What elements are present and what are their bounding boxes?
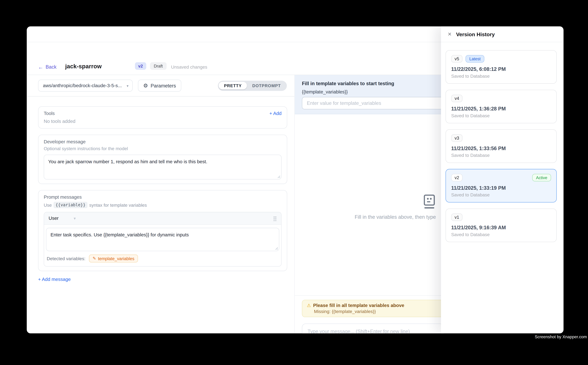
template-warning: ⚠ Please fill in all template variables … <box>302 300 444 317</box>
parameters-label: Parameters <box>151 83 176 88</box>
tools-title: Tools <box>44 111 55 116</box>
active-badge: Active <box>532 174 551 181</box>
version-id-badge: v3 <box>451 134 463 142</box>
chevron-down-icon: ▾ <box>127 84 129 88</box>
screenshot-stage: ← Back jack-sparrow v2 Draft Unsaved cha… <box>0 0 588 365</box>
toggle-dotprompt[interactable]: DOTPROMPT <box>247 82 286 89</box>
template-variable-chip[interactable]: ✎ template_variables <box>89 255 138 262</box>
version-status: Saved to Database <box>451 192 551 197</box>
version-id-badge: v1 <box>451 213 463 221</box>
version-card-v4[interactable]: v4 11/21/2025, 1:36:28 PM Saved to Datab… <box>446 90 557 123</box>
toggle-pretty[interactable]: PRETTY <box>219 82 247 89</box>
close-icon[interactable]: × <box>448 31 452 37</box>
syntax-hint: Use {{variable}} syntax for template var… <box>44 202 282 208</box>
version-date: 11/21/2025, 1:33:56 PM <box>451 146 551 151</box>
model-toolbar: aws/anthropic/bedrock-claude-3-5-s... ▾ … <box>27 75 294 97</box>
prompt-editor-panel: aws/anthropic/bedrock-claude-3-5-s... ▾ … <box>27 75 294 333</box>
back-button[interactable]: ← Back <box>38 64 56 70</box>
back-arrow-icon: ← <box>38 64 43 70</box>
robot-icon <box>421 194 437 209</box>
version-status: Saved to Database <box>451 232 551 237</box>
draft-status-badge: Draft <box>150 62 167 70</box>
tools-header: Tools + Add <box>44 111 282 116</box>
prompt-message-block: User ▾ Enter task specifics. Use {{templ… <box>44 212 282 267</box>
developer-message-title: Developer message <box>44 139 282 144</box>
developer-message-subtitle: Optional system instructions for the mod… <box>44 146 282 151</box>
developer-message-input[interactable]: You are jack sparrow number 1, respond a… <box>44 154 282 179</box>
warning-title: Please fill in all template variables ab… <box>313 303 404 308</box>
drag-handle-icon[interactable] <box>273 216 277 221</box>
version-card-v5[interactable]: v5 Latest 11/22/2025, 6:08:12 PM Saved t… <box>446 50 557 84</box>
message-body: Enter task specifics. Use {{template_var… <box>44 225 281 251</box>
version-id-badge: v2 <box>451 174 463 181</box>
view-mode-toggle: PRETTY DOTPROMPT <box>218 80 287 91</box>
model-select[interactable]: aws/anthropic/bedrock-claude-3-5-s... ▾ <box>38 80 133 91</box>
version-status: Saved to Database <box>451 74 551 79</box>
xnapper-watermark: Screenshot by Xnapper.com <box>535 335 587 339</box>
prompt-messages-card: Prompt messages Use {{variable}} syntax … <box>38 190 287 271</box>
pencil-icon: ✎ <box>93 256 96 261</box>
hint-suffix: syntax for template variables <box>89 202 147 208</box>
version-history-panel: × Version History v5 Latest 11/22/2025, … <box>441 26 564 333</box>
tools-card: Tools + Add No tools added <box>38 106 287 128</box>
warning-triangle-icon: ⚠ <box>307 303 311 308</box>
version-badge: v2 <box>135 62 146 70</box>
model-select-value: aws/anthropic/bedrock-claude-3-5-s... <box>43 83 127 88</box>
version-date: 11/21/2025, 9:16:39 AM <box>451 225 551 230</box>
warning-missing-text: Missing: {{template_variables}} <box>314 309 439 314</box>
version-card-v2-active[interactable]: v2 Active 11/21/2025, 1:33:19 PM Saved t… <box>446 169 557 203</box>
version-history-title: Version History <box>456 31 495 37</box>
developer-message-card: Developer message Optional system instru… <box>38 135 287 184</box>
chevron-down-icon[interactable]: ▾ <box>74 216 76 221</box>
add-tool-button[interactable]: + Add <box>270 111 282 116</box>
latest-badge: Latest <box>466 55 484 63</box>
parameters-button[interactable]: ⚙ Parameters <box>138 80 181 91</box>
version-status: Saved to Database <box>451 153 551 158</box>
role-select-value[interactable]: User <box>49 216 59 221</box>
version-card-v1[interactable]: v1 11/21/2025, 9:16:39 AM Saved to Datab… <box>446 209 557 242</box>
template-variable-name: template_variables <box>98 256 134 261</box>
prompt-message-input[interactable]: Enter task specifics. Use {{template_var… <box>46 228 279 251</box>
version-status: Saved to Database <box>451 113 551 118</box>
back-label: Back <box>46 64 56 70</box>
message-role-header: User ▾ <box>44 212 281 225</box>
tools-empty-text: No tools added <box>44 119 282 124</box>
version-date: 11/22/2025, 6:08:12 PM <box>451 66 551 72</box>
app-window: ← Back jack-sparrow v2 Draft Unsaved cha… <box>27 26 563 333</box>
version-date: 11/21/2025, 1:36:28 PM <box>451 106 551 112</box>
variable-value-input[interactable] <box>302 97 444 109</box>
version-list: v5 Latest 11/22/2025, 6:08:12 PM Saved t… <box>441 42 564 242</box>
hint-code: {{variable}} <box>54 202 87 208</box>
gear-icon: ⚙ <box>143 83 148 88</box>
editor-scroll-area: Tools + Add No tools added Developer mes… <box>27 97 294 282</box>
detected-variables-row: Detected variables: ✎ template_variables <box>44 251 281 266</box>
version-id-badge: v5 <box>451 55 463 63</box>
detected-variables-label: Detected variables: <box>47 256 85 261</box>
version-id-badge: v4 <box>451 95 463 102</box>
version-card-v3[interactable]: v3 11/21/2025, 1:33:56 PM Saved to Datab… <box>446 129 557 163</box>
prompt-messages-title: Prompt messages <box>44 195 282 200</box>
version-date: 11/21/2025, 1:33:19 PM <box>451 185 551 191</box>
page-title: jack-sparrow <box>65 63 102 70</box>
add-message-button[interactable]: + Add message <box>38 277 287 282</box>
chat-message-input[interactable] <box>302 323 444 333</box>
hint-prefix: Use <box>44 202 52 208</box>
version-history-header: × Version History <box>441 26 564 42</box>
unsaved-changes-text: Unsaved changes <box>171 64 207 70</box>
